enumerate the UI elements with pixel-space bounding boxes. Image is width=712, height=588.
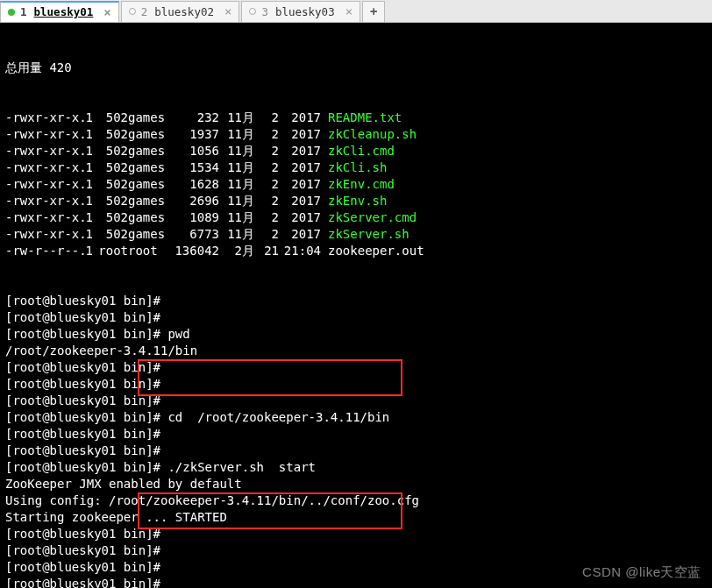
ls-row: -rwxr-xr-x.1 502 games269611月22017zkEnv.… [5, 193, 707, 209]
ls-row: -rwxr-xr-x.1 502 games153411月22017zkCli.… [5, 159, 707, 176]
terminal-output[interactable]: 总用量 420 -rwxr-xr-x.1 502 games23211月2201… [0, 23, 712, 588]
terminal-line: [root@bluesky01 bin]# [5, 309, 707, 326]
terminal-line: [root@bluesky01 bin]# [5, 426, 707, 443]
watermark: CSDN @like天空蓝 [582, 564, 701, 581]
tab-number: 1 [20, 5, 27, 18]
file-name: zkServer.cmd [328, 209, 417, 226]
terminal-line: [root@bluesky01 bin]# cd /root/zookeeper… [5, 409, 707, 426]
add-tab-button[interactable]: + [362, 1, 385, 22]
terminal-line: [root@bluesky01 bin]# [5, 526, 707, 542]
ls-row: -rwxr-xr-x.1 502 games108911月22017zkServ… [5, 209, 707, 226]
ls-listing: -rwxr-xr-x.1 502 games23211月22017README.… [5, 110, 707, 259]
terminal-line: /root/zookeeper-3.4.11/bin [5, 343, 707, 359]
file-name: zkServer.sh [328, 226, 409, 243]
ls-row: -rwxr-xr-x.1 502 games193711月22017zkClea… [5, 126, 707, 143]
command-lines: [root@bluesky01 bin]#[root@bluesky01 bin… [5, 293, 707, 588]
terminal-line: [root@bluesky01 bin]# pwd [5, 326, 707, 343]
ls-row: -rwxr-xr-x.1 502 games105611月22017zkCli.… [5, 143, 707, 159]
terminal-line: [root@bluesky01 bin]# [5, 443, 707, 459]
ls-row: -rw-r--r--.1 root root1360422月2121:04zoo… [5, 243, 707, 259]
tab-number: 2 [141, 5, 148, 18]
terminal-line: [root@bluesky01 bin]# [5, 293, 707, 309]
file-name: README.txt [328, 110, 402, 126]
tab-bluesky01[interactable]: 1 bluesky01 × [0, 1, 119, 22]
close-icon[interactable]: × [345, 4, 352, 18]
ls-row: -rwxr-xr-x.1 502 games23211月22017README.… [5, 110, 707, 126]
tab-bluesky03[interactable]: 3 bluesky03 × [241, 1, 360, 22]
tab-number: 3 [261, 5, 268, 18]
terminal-line: [root@bluesky01 bin]# [5, 359, 707, 376]
terminal-line: Using config: /root/zookeeper-3.4.11/bin… [5, 492, 707, 509]
status-dot-icon [249, 8, 256, 15]
terminal-line: [root@bluesky01 bin]# [5, 542, 707, 559]
close-icon[interactable]: × [103, 5, 110, 19]
status-dot-icon [8, 9, 15, 16]
tab-label: bluesky03 [275, 5, 335, 18]
status-dot-icon [129, 8, 136, 15]
file-name: zookeeper.out [328, 243, 424, 259]
file-name: zkCleanup.sh [328, 126, 417, 143]
terminal-line: [root@bluesky01 bin]# [5, 393, 707, 409]
file-name: zkCli.cmd [328, 143, 395, 159]
terminal-line: [root@bluesky01 bin]# ./zkServer.sh star… [5, 459, 707, 476]
terminal-line: ZooKeeper JMX enabled by default [5, 476, 707, 492]
file-name: zkCli.sh [328, 159, 387, 176]
plus-icon: + [370, 4, 377, 18]
tab-label: bluesky02 [154, 5, 214, 18]
terminal-line: Starting zookeeper ... STARTED [5, 509, 707, 526]
tab-bar: 1 bluesky01 × 2 bluesky02 × 3 bluesky03 … [0, 0, 712, 23]
total-line: 总用量 420 [5, 60, 707, 76]
ls-row: -rwxr-xr-x.1 502 games677311月22017zkServ… [5, 226, 707, 243]
tab-label: bluesky01 [34, 5, 94, 18]
file-name: zkEnv.sh [328, 193, 387, 209]
terminal-line: [root@bluesky01 bin]# [5, 376, 707, 393]
close-icon[interactable]: × [224, 4, 231, 18]
ls-row: -rwxr-xr-x.1 502 games162811月22017zkEnv.… [5, 176, 707, 193]
tab-bluesky02[interactable]: 2 bluesky02 × [121, 1, 240, 22]
file-name: zkEnv.cmd [328, 176, 395, 193]
